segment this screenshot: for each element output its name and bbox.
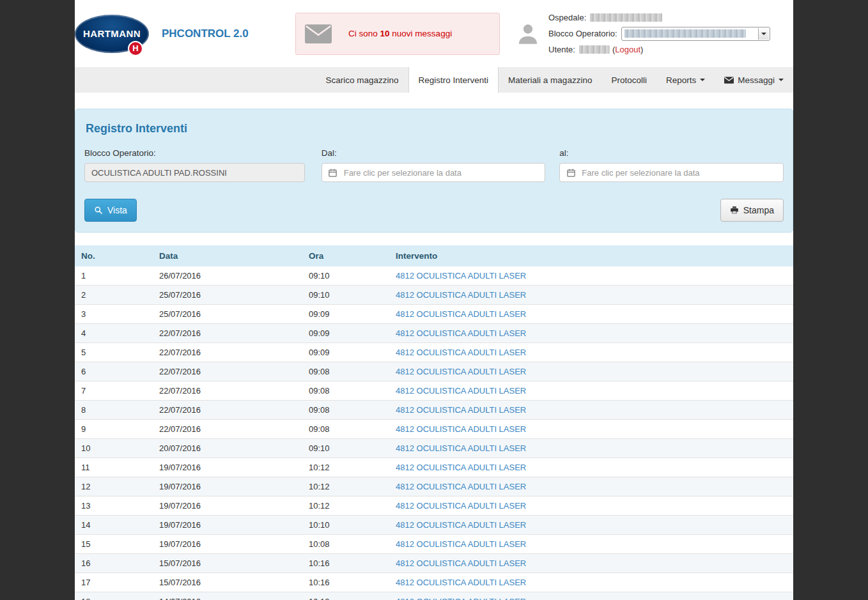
blocco-operatorio-select[interactable] bbox=[621, 27, 770, 41]
hospital-label: Ospedale: bbox=[548, 13, 586, 22]
intervento-link[interactable]: 4812 OCULISTICA ADULTI LASER bbox=[396, 443, 526, 453]
table-row: 1 26/07/2016 09:10 4812 OCULISTICA ADULT… bbox=[75, 266, 793, 286]
logout-link[interactable]: Logout bbox=[615, 45, 640, 54]
cell-no: 5 bbox=[75, 343, 153, 362]
table-row: 8 22/07/2016 09:08 4812 OCULISTICA ADULT… bbox=[75, 401, 793, 420]
nav-tabs: Scarico magazzino Registro Interventi Ma… bbox=[75, 67, 793, 93]
messages-count: 10 bbox=[380, 29, 390, 38]
nav-tab-label: Protocolli bbox=[611, 75, 647, 85]
nav-tab[interactable]: Messaggi bbox=[715, 67, 793, 93]
select-caret-box bbox=[758, 28, 769, 40]
dal-label: Dal: bbox=[322, 148, 546, 158]
user-row: Utente: (Logout) bbox=[548, 43, 780, 57]
intervento-link[interactable]: 4812 OCULISTICA ADULTI LASER bbox=[396, 367, 526, 376]
nav-tab-label: Messaggi bbox=[738, 75, 775, 85]
intervento-link[interactable]: 4812 OCULISTICA ADULTI LASER bbox=[396, 558, 526, 568]
cell-no: 15 bbox=[75, 535, 153, 554]
cell-ora: 09:08 bbox=[302, 362, 389, 381]
select-redacted-value bbox=[624, 29, 746, 38]
messages-prefix: Ci sono bbox=[348, 29, 378, 38]
cell-data: 22/07/2016 bbox=[153, 401, 302, 420]
table-row: 4 22/07/2016 09:09 4812 OCULISTICA ADULT… bbox=[75, 324, 793, 343]
intervento-link[interactable]: 4812 OCULISTICA ADULTI LASER bbox=[396, 386, 526, 396]
filter-panel: Registro Interventi Blocco Operatorio: D… bbox=[75, 109, 793, 233]
cell-data: 22/07/2016 bbox=[153, 343, 302, 362]
logout-wrap: (Logout) bbox=[612, 45, 643, 54]
cell-intervento: 4812 OCULISTICA ADULTI LASER bbox=[389, 305, 793, 324]
intervento-link[interactable]: 4812 OCULISTICA ADULTI LASER bbox=[396, 520, 526, 530]
cell-ora: 09:10 bbox=[302, 266, 389, 286]
nav-tab[interactable]: Scarico magazzino bbox=[316, 67, 408, 93]
cell-intervento: 4812 OCULISTICA ADULTI LASER bbox=[389, 286, 793, 305]
nav-tab[interactable]: Reports bbox=[656, 67, 715, 93]
cell-intervento: 4812 OCULISTICA ADULTI LASER bbox=[389, 324, 793, 343]
intervento-link[interactable]: 4812 OCULISTICA ADULTI LASER bbox=[396, 597, 526, 600]
cell-intervento: 4812 OCULISTICA ADULTI LASER bbox=[389, 458, 793, 477]
cell-no: 14 bbox=[75, 516, 153, 535]
header: HARTMANN H PHCONTROL 2.0 Ci sono 10 nuov… bbox=[75, 0, 793, 67]
user-icon bbox=[515, 21, 541, 47]
cell-ora: 09:09 bbox=[302, 343, 389, 362]
al-date-group bbox=[559, 163, 784, 182]
al-date-input[interactable] bbox=[582, 168, 783, 178]
table-row: 18 14/07/2016 10:13 4812 OCULISTICA ADUL… bbox=[75, 592, 793, 600]
messages-suffix: nuovi messaggi bbox=[392, 29, 452, 38]
intervento-link[interactable]: 4812 OCULISTICA ADULTI LASER bbox=[396, 290, 526, 300]
app-title: PHCONTROL 2.0 bbox=[162, 27, 249, 40]
cell-intervento: 4812 OCULISTICA ADULTI LASER bbox=[389, 362, 793, 381]
calendar-icon[interactable] bbox=[560, 168, 582, 178]
dal-date-input[interactable] bbox=[344, 168, 545, 178]
table-row: 13 19/07/2016 10:12 4812 OCULISTICA ADUL… bbox=[75, 496, 793, 516]
page-background: HARTMANN H PHCONTROL 2.0 Ci sono 10 nuov… bbox=[0, 0, 868, 600]
intervento-link[interactable]: 4812 OCULISTICA ADULTI LASER bbox=[396, 424, 526, 434]
cell-ora: 09:10 bbox=[302, 439, 389, 458]
nav-tab-label: Materiali a magazzino bbox=[508, 75, 592, 85]
cell-data: 25/07/2016 bbox=[153, 286, 302, 305]
new-messages-banner[interactable]: Ci sono 10 nuovi messaggi bbox=[295, 13, 500, 55]
table-row: 11 19/07/2016 10:12 4812 OCULISTICA ADUL… bbox=[75, 458, 793, 477]
intervento-link[interactable]: 4812 OCULISTICA ADULTI LASER bbox=[396, 578, 526, 587]
cell-no: 2 bbox=[75, 286, 153, 305]
stampa-button[interactable]: Stampa bbox=[720, 199, 784, 222]
main-container: HARTMANN H PHCONTROL 2.0 Ci sono 10 nuov… bbox=[75, 0, 793, 600]
cell-data: 19/07/2016 bbox=[153, 535, 302, 554]
hospital-row: Ospedale: bbox=[548, 11, 780, 25]
cell-no: 18 bbox=[75, 592, 153, 600]
cell-no: 6 bbox=[75, 362, 153, 381]
intervento-link[interactable]: 4812 OCULISTICA ADULTI LASER bbox=[396, 482, 526, 491]
cell-data: 26/07/2016 bbox=[153, 266, 302, 286]
intervento-link[interactable]: 4812 OCULISTICA ADULTI LASER bbox=[396, 405, 526, 415]
nav-tab[interactable]: Materiali a magazzino bbox=[499, 67, 601, 93]
table-row: 3 25/07/2016 09:09 4812 OCULISTICA ADULT… bbox=[75, 305, 793, 324]
cell-ora: 10:16 bbox=[302, 554, 389, 573]
cell-data: 15/07/2016 bbox=[153, 554, 302, 573]
search-icon bbox=[94, 206, 103, 215]
table-row: 2 25/07/2016 09:10 4812 OCULISTICA ADULT… bbox=[75, 286, 793, 305]
intervento-link[interactable]: 4812 OCULISTICA ADULTI LASER bbox=[396, 539, 526, 549]
calendar-icon[interactable] bbox=[322, 168, 344, 178]
vista-button[interactable]: Vista bbox=[84, 199, 137, 222]
block-label: Blocco Operatorio: bbox=[548, 29, 617, 38]
al-field-group: al: bbox=[559, 148, 784, 182]
intervento-link[interactable]: 4812 OCULISTICA ADULTI LASER bbox=[396, 271, 526, 281]
nav-tab-label: Scarico magazzino bbox=[325, 75, 398, 85]
col-header-data: Data bbox=[153, 245, 302, 266]
user-info: Ospedale: Blocco Operatorio: Ut bbox=[548, 9, 780, 59]
intervento-link[interactable]: 4812 OCULISTICA ADULTI LASER bbox=[396, 328, 526, 338]
cell-no: 12 bbox=[75, 477, 153, 496]
intervento-link[interactable]: 4812 OCULISTICA ADULTI LASER bbox=[396, 501, 526, 511]
intervento-link[interactable]: 4812 OCULISTICA ADULTI LASER bbox=[396, 348, 526, 357]
nav-tab[interactable]: Protocolli bbox=[601, 67, 656, 93]
nav-tab[interactable]: Registro Interventi bbox=[408, 67, 499, 93]
intervento-link[interactable]: 4812 OCULISTICA ADULTI LASER bbox=[396, 463, 526, 472]
cell-no: 13 bbox=[75, 496, 153, 516]
cell-no: 10 bbox=[75, 439, 153, 458]
intervento-link[interactable]: 4812 OCULISTICA ADULTI LASER bbox=[396, 309, 526, 319]
vista-button-label: Vista bbox=[107, 205, 127, 215]
hartmann-logo: HARTMANN H bbox=[75, 15, 149, 53]
stampa-button-label: Stampa bbox=[743, 205, 774, 215]
cell-data: 22/07/2016 bbox=[153, 324, 302, 343]
registry-table: No. Data Ora Intervento 1 26/07/2016 09:… bbox=[75, 245, 793, 600]
caret-down-icon bbox=[779, 79, 784, 81]
col-header-ora: Ora bbox=[302, 245, 389, 266]
